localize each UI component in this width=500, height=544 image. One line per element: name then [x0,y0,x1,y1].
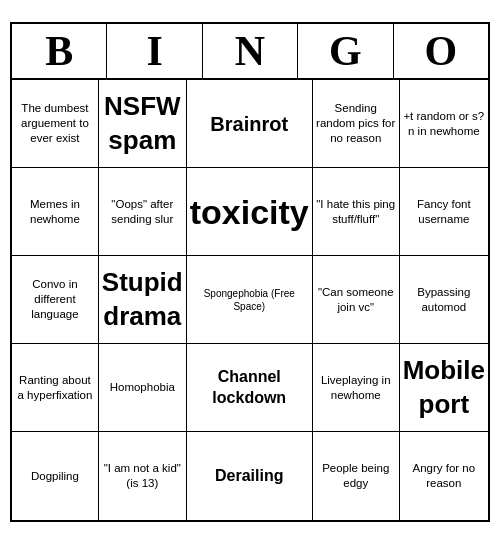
bingo-cell-1: NSFW spam [99,80,187,168]
bingo-cell-9: Fancy font username [400,168,488,256]
bingo-cell-13: "Can someone join vc" [313,256,400,344]
bingo-cell-17: Channel lockdown [187,344,313,432]
bingo-cell-5: Memes in newhome [12,168,99,256]
header-i: I [107,24,202,78]
bingo-cell-10: Convo in different language [12,256,99,344]
bingo-header: B I N G O [12,24,488,80]
bingo-cell-22: Derailing [187,432,313,520]
bingo-cell-0: The dumbest arguement to ever exist [12,80,99,168]
bingo-cell-15: Ranting about a hyperfixation [12,344,99,432]
bingo-grid: The dumbest arguement to ever existNSFW … [12,80,488,520]
bingo-cell-21: "I am not a kid" (is 13) [99,432,187,520]
header-n: N [203,24,298,78]
bingo-cell-7: toxicity [187,168,313,256]
header-g: G [298,24,393,78]
bingo-cell-14: Bypassing automod [400,256,488,344]
bingo-cell-24: Angry for no reason [400,432,488,520]
bingo-cell-3: Sending random pics for no reason [313,80,400,168]
header-b: B [12,24,107,78]
bingo-cell-19: Mobile port [400,344,488,432]
bingo-cell-12: Spongephobia (Free Space) [187,256,313,344]
bingo-cell-8: "I hate this ping stuff/fluff" [313,168,400,256]
bingo-cell-2: Brainrot [187,80,313,168]
bingo-cell-18: Liveplaying in newhome [313,344,400,432]
bingo-cell-11: Stupid drama [99,256,187,344]
bingo-cell-23: People being edgy [313,432,400,520]
bingo-cell-20: Dogpiling [12,432,99,520]
bingo-card: B I N G O The dumbest arguement to ever … [10,22,490,522]
bingo-cell-4: +t random or s?n in newhome [400,80,488,168]
bingo-cell-6: "Oops" after sending slur [99,168,187,256]
bingo-cell-16: Homophobia [99,344,187,432]
header-o: O [394,24,488,78]
